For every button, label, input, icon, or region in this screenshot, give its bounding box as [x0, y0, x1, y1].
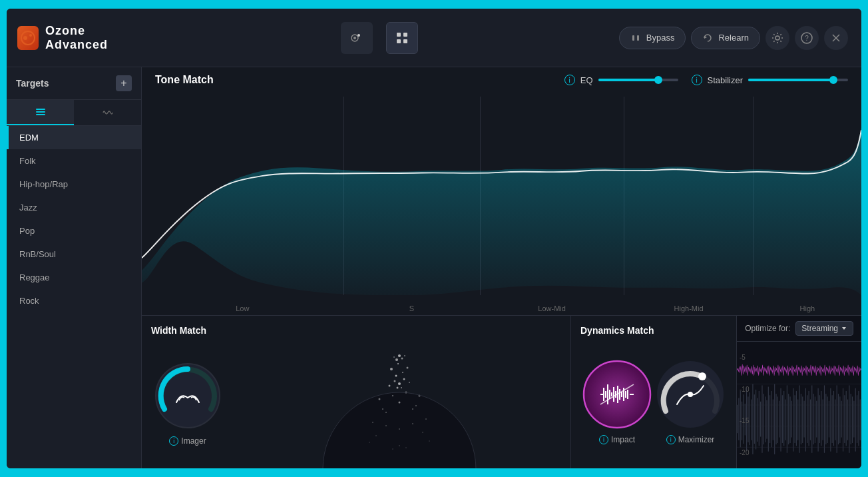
svg-rect-149 [838, 394, 839, 444]
eq-slider[interactable] [598, 79, 678, 81]
sidebar-item-edm[interactable]: EDM [7, 126, 141, 149]
sidebar-tab-waveform[interactable] [74, 100, 141, 125]
svg-rect-97 [757, 398, 758, 441]
svg-point-38 [412, 408, 413, 410]
svg-rect-141 [825, 394, 826, 444]
sidebar-item-pop[interactable]: Pop [7, 219, 141, 242]
visualizer-button[interactable] [341, 22, 373, 54]
svg-point-29 [389, 385, 391, 387]
bottom-panels: Width Match [142, 315, 861, 468]
streaming-select[interactable]: Streaming [795, 321, 853, 336]
imager-knob[interactable] [151, 359, 224, 432]
svg-rect-95 [754, 394, 755, 444]
svg-rect-126 [802, 396, 803, 443]
maximizer-knob[interactable] [654, 358, 727, 431]
sidebar-item-edm-label: EDM [19, 133, 39, 143]
svg-rect-100 [761, 385, 762, 452]
add-target-button[interactable]: + [116, 75, 132, 91]
width-match-title: Width Match [151, 325, 561, 336]
sidebar-item-folk[interactable]: Folk [7, 149, 141, 173]
relearn-button[interactable]: Relearn [691, 27, 760, 49]
imager-info-icon[interactable]: i [169, 436, 178, 446]
svg-rect-146 [833, 391, 834, 446]
stabilizer-info-icon[interactable]: i [692, 75, 702, 85]
dynamics-match-panel: Dynamics Match [571, 316, 737, 468]
help-button[interactable]: ? [795, 26, 819, 50]
sidebar-item-reggae-label: Reggae [19, 272, 50, 282]
impact-info-icon[interactable]: i [599, 435, 608, 444]
svg-point-47 [394, 380, 396, 382]
svg-rect-151 [841, 401, 842, 438]
svg-point-56 [405, 447, 407, 448]
bypass-button[interactable]: Bypass [619, 27, 686, 49]
sidebar-item-rnbsoul[interactable]: RnB/Soul [7, 242, 141, 266]
svg-rect-130 [809, 391, 809, 446]
sidebar-header: Targets + [7, 67, 141, 100]
svg-rect-159 [853, 401, 854, 438]
svg-rect-20 [36, 114, 45, 115]
svg-rect-145 [832, 395, 833, 443]
impact-label-area: i Impact [599, 435, 635, 444]
svg-rect-123 [797, 400, 798, 440]
svg-rect-131 [810, 400, 811, 440]
maximizer-info-icon[interactable]: i [666, 435, 676, 444]
svg-rect-107 [773, 400, 773, 440]
svg-rect-150 [839, 396, 840, 443]
impact-knob[interactable] [580, 358, 654, 431]
svg-rect-163 [860, 400, 861, 440]
svg-rect-6 [397, 33, 401, 37]
svg-rect-120 [793, 388, 793, 452]
svg-point-57 [395, 358, 398, 361]
svg-rect-87 [742, 402, 742, 440]
impact-knob-area: i Impact [580, 358, 654, 444]
sidebar-item-rock[interactable]: Rock [7, 289, 141, 312]
svg-rect-86 [740, 391, 741, 447]
svg-point-34 [425, 418, 427, 420]
stabilizer-control-group: i Stabilizer [692, 75, 848, 85]
svg-point-59 [398, 354, 401, 357]
svg-rect-119 [791, 401, 792, 438]
waveform-content: -5 -10 -15 -20 [737, 342, 861, 468]
svg-rect-137 [819, 395, 820, 443]
sidebar-tab-list[interactable] [7, 100, 74, 125]
ozone-logo-icon [17, 26, 39, 50]
optimize-label: Optimize for: [745, 324, 790, 333]
svg-rect-112 [780, 388, 781, 452]
freq-label-highmid: High-Mid [624, 304, 754, 312]
maximizer-label-area: i Maximizer [666, 435, 715, 444]
eq-label: EQ [580, 75, 593, 85]
svg-rect-158 [852, 396, 853, 443]
header: Ozone Advanced [7, 9, 861, 67]
grid-button[interactable] [386, 22, 418, 54]
imager-knob-area: i Imager [151, 359, 224, 446]
sidebar-item-hiphop-label: Hip-hop/Rap [19, 179, 68, 189]
add-icon: + [120, 77, 126, 89]
sidebar-item-reggae[interactable]: Reggae [7, 266, 141, 289]
svg-rect-134 [815, 396, 815, 443]
svg-rect-136 [818, 388, 819, 452]
sidebar-item-hiphop[interactable]: Hip-hop/Rap [7, 173, 141, 196]
svg-rect-93 [751, 400, 752, 440]
sidebar-item-pop-label: Pop [19, 226, 35, 236]
eq-info-icon[interactable]: i [564, 75, 575, 85]
sidebar-item-jazz[interactable]: Jazz [7, 196, 141, 219]
svg-point-24 [399, 402, 401, 404]
svg-rect-84 [737, 405, 738, 433]
svg-point-49 [399, 428, 400, 430]
svg-point-2 [29, 34, 32, 37]
logo-text: Ozone Advanced [45, 24, 140, 52]
svg-point-50 [385, 425, 387, 426]
svg-rect-94 [752, 384, 753, 454]
svg-rect-148 [837, 385, 837, 452]
waveform-panel: Optimize for: Streaming -5 -10 [737, 316, 861, 468]
svg-rect-91 [748, 396, 748, 442]
settings-button[interactable] [765, 26, 789, 50]
svg-rect-103 [766, 400, 767, 439]
sidebar-item-folk-label: Folk [19, 156, 36, 166]
svg-rect-108 [774, 384, 775, 454]
svg-point-1 [23, 36, 27, 40]
svg-rect-89 [745, 404, 746, 436]
stabilizer-slider[interactable] [748, 79, 848, 81]
close-button[interactable] [824, 26, 848, 50]
svg-rect-127 [804, 401, 805, 438]
